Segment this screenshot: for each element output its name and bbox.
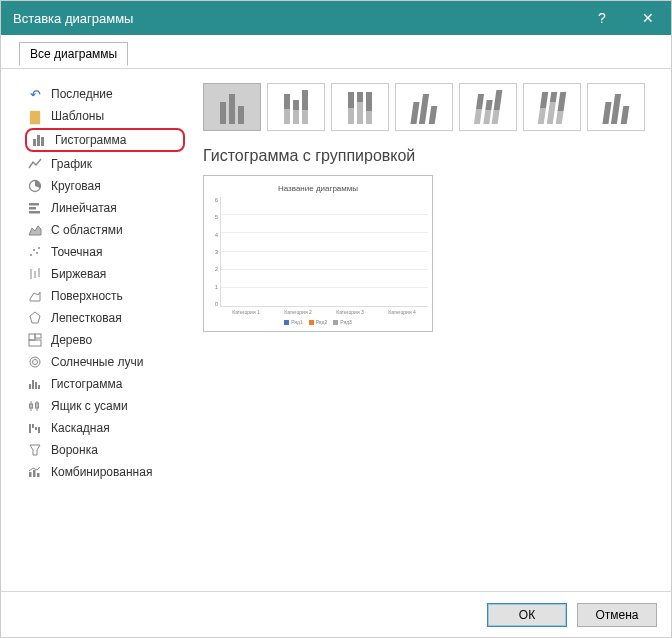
radar-chart-icon [27, 310, 43, 326]
pie-chart-icon [27, 178, 43, 194]
sidebar-item-label: Гистограмма [51, 377, 122, 391]
svg-marker-15 [30, 292, 40, 301]
sidebar-item-label: Последние [51, 87, 113, 101]
svg-rect-1 [37, 135, 40, 146]
svg-rect-4 [29, 203, 39, 206]
subtype-3d-column[interactable] [587, 83, 645, 131]
subtype-3d-clustered-column[interactable] [395, 83, 453, 131]
svg-rect-35 [29, 472, 32, 477]
sidebar-item-label: Биржевая [51, 267, 106, 281]
bar-chart-icon [27, 200, 43, 216]
line-chart-icon [27, 156, 43, 172]
svg-point-9 [33, 249, 35, 251]
subtype-title: Гистограмма с группировкой [203, 147, 659, 165]
sidebar-item-column[interactable]: Гистограмма [25, 128, 185, 152]
help-button[interactable]: ? [579, 1, 625, 35]
folder-icon: ▇ [27, 108, 43, 124]
chart-subtype-panel: Гистограмма с группировкой Название диаг… [203, 83, 659, 585]
sidebar-item-label: Каскадная [51, 421, 110, 435]
preview-yaxis: 6543210 [208, 197, 220, 307]
sidebar-item-line[interactable]: График [25, 153, 185, 175]
sidebar-item-area[interactable]: С областями [25, 219, 185, 241]
sidebar-item-label: Дерево [51, 333, 92, 347]
preview-xlabels: Категория 1Категория 2Категория 3Категор… [220, 309, 428, 315]
svg-rect-22 [29, 384, 31, 389]
svg-rect-25 [38, 385, 40, 389]
sidebar-item-pie[interactable]: Круговая [25, 175, 185, 197]
sidebar-item-label: С областями [51, 223, 123, 237]
sidebar-item-label: Круговая [51, 179, 101, 193]
subtype-100stacked-column[interactable] [331, 83, 389, 131]
window-title: Вставка диаграммы [13, 11, 133, 26]
svg-point-8 [30, 254, 32, 256]
subtype-3d-100stacked-column[interactable] [523, 83, 581, 131]
stock-chart-icon [27, 266, 43, 282]
combo-chart-icon [27, 464, 43, 480]
sidebar-item-surface[interactable]: Поверхность [25, 285, 185, 307]
insert-chart-dialog: Вставка диаграммы ? ✕ Все диаграммы ↶ По… [0, 0, 672, 638]
sidebar-item-stock[interactable]: Биржевая [25, 263, 185, 285]
column-chart-icon [31, 132, 47, 148]
svg-rect-6 [29, 211, 40, 214]
funnel-icon [27, 442, 43, 458]
histogram-icon [27, 376, 43, 392]
svg-marker-34 [30, 445, 40, 455]
svg-rect-2 [41, 137, 44, 146]
chart-type-list: ↶ Последние ▇ Шаблоны Гистограмма График [25, 83, 185, 585]
sidebar-item-label: Воронка [51, 443, 98, 457]
subtype-stacked-column[interactable] [267, 83, 325, 131]
sidebar-item-combo[interactable]: Комбинированная [25, 461, 185, 483]
svg-rect-5 [29, 207, 36, 210]
sidebar-item-label: Линейчатая [51, 201, 117, 215]
sidebar-item-boxwhisker[interactable]: Ящик с усами [25, 395, 185, 417]
svg-point-21 [33, 360, 38, 365]
sidebar-item-label: Ящик с усами [51, 399, 128, 413]
sunburst-icon [27, 354, 43, 370]
svg-rect-33 [38, 427, 40, 433]
svg-point-11 [38, 247, 40, 249]
tab-all-charts[interactable]: Все диаграммы [19, 42, 128, 66]
cancel-button[interactable]: Отмена [577, 603, 657, 627]
area-chart-icon [27, 222, 43, 238]
svg-marker-7 [29, 226, 41, 235]
svg-rect-23 [32, 380, 34, 389]
treemap-icon [27, 332, 43, 348]
sidebar-item-waterfall[interactable]: Каскадная [25, 417, 185, 439]
sidebar-item-funnel[interactable]: Воронка [25, 439, 185, 461]
chart-preview[interactable]: Название диаграммы 6543210 Категория 1Ка… [203, 175, 433, 332]
svg-rect-0 [33, 139, 36, 146]
svg-rect-18 [35, 334, 41, 338]
sidebar-item-treemap[interactable]: Дерево [25, 329, 185, 351]
svg-rect-36 [33, 470, 36, 477]
subtype-3d-stacked-column[interactable] [459, 83, 517, 131]
preview-plot-area [220, 197, 428, 307]
sidebar-item-label: Солнечные лучи [51, 355, 143, 369]
sidebar-item-scatter[interactable]: Точечная [25, 241, 185, 263]
close-button[interactable]: ✕ [625, 1, 671, 35]
sidebar-item-label: Комбинированная [51, 465, 152, 479]
preview-legend: Ряд1Ряд2Ряд3 [208, 319, 428, 325]
sidebar-item-label: Лепестковая [51, 311, 122, 325]
sidebar-item-label: Точечная [51, 245, 102, 259]
sidebar-item-templates[interactable]: ▇ Шаблоны [25, 105, 185, 127]
subtype-clustered-column[interactable] [203, 83, 261, 131]
scatter-chart-icon [27, 244, 43, 260]
svg-point-10 [36, 252, 38, 254]
boxwhisker-icon [27, 398, 43, 414]
svg-rect-30 [29, 424, 31, 433]
svg-rect-37 [37, 473, 40, 477]
sidebar-item-recent[interactable]: ↶ Последние [25, 83, 185, 105]
ok-button[interactable]: ОК [487, 603, 567, 627]
svg-rect-24 [35, 382, 37, 389]
sidebar-item-sunburst[interactable]: Солнечные лучи [25, 351, 185, 373]
sidebar-item-histogram[interactable]: Гистограмма [25, 373, 185, 395]
sidebar-item-radar[interactable]: Лепестковая [25, 307, 185, 329]
dialog-footer: ОК Отмена [1, 591, 671, 637]
sidebar-item-label: Поверхность [51, 289, 123, 303]
sidebar-item-bar[interactable]: Линейчатая [25, 197, 185, 219]
recent-icon: ↶ [27, 86, 43, 102]
sidebar-item-label: График [51, 157, 92, 171]
svg-rect-31 [32, 424, 34, 428]
waterfall-icon [27, 420, 43, 436]
sidebar-item-label: Шаблоны [51, 109, 104, 123]
